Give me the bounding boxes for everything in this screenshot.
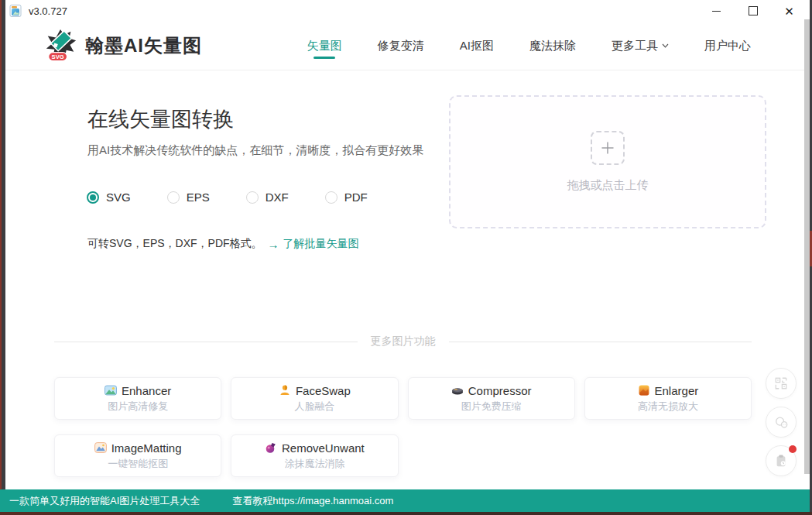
footer-tutorial-link[interactable]: 查看教程https://image.hanmoai.com	[232, 494, 393, 508]
format-option-svg[interactable]: SVG	[87, 191, 131, 204]
app-header: SVG 翰墨AI矢量图 矢量图 修复变清 AI抠图 魔法抹除 更多工具 用户中心	[5, 22, 810, 70]
desktop-edge-left	[0, 0, 5, 489]
brand-logo[interactable]: SVG 翰墨AI矢量图	[43, 28, 202, 64]
notification-dot	[789, 445, 797, 453]
upload-dropzone[interactable]: 拖拽或点击上传	[449, 95, 766, 228]
format-option-pdf[interactable]: PDF	[325, 191, 368, 204]
radio-pdf[interactable]	[325, 191, 337, 204]
desktop-edge-bottom	[0, 512, 812, 515]
app-version: v3.0.727	[29, 5, 67, 17]
nav-tab-ai-matting[interactable]: AI抠图	[460, 22, 494, 70]
divider-line-right	[449, 342, 752, 342]
format-option-eps[interactable]: EPS	[167, 191, 210, 204]
format-note: 可转SVG，EPS，DXF，PDF格式。	[87, 237, 262, 251]
qr-code-icon	[774, 376, 788, 390]
app-icon	[9, 5, 22, 17]
card-compressor[interactable]: Compressor 图片免费压缩	[408, 377, 575, 420]
history-clipboard-button[interactable]	[766, 445, 797, 476]
nav-tab-restore[interactable]: 修复变清	[378, 22, 424, 70]
arrow-right-icon: →	[268, 238, 279, 251]
card-enhancer[interactable]: Enhancer 图片高清修复	[54, 377, 221, 420]
magic-remove-icon	[265, 441, 277, 454]
chat-contact-button[interactable]	[766, 407, 797, 438]
window-controls: ✕	[698, 0, 810, 22]
radio-svg[interactable]	[87, 191, 99, 204]
history-clipboard-icon	[774, 454, 788, 468]
svg-text:SVG: SVG	[52, 53, 64, 60]
plus-icon	[591, 131, 625, 165]
format-option-dxf[interactable]: DXF	[246, 191, 289, 204]
brand-name: 翰墨AI矢量图	[85, 33, 202, 58]
radio-eps[interactable]	[167, 191, 180, 204]
more-features-divider: 更多图片功能	[54, 335, 752, 348]
card-enlarger[interactable]: Enlarger 高清无损放大	[584, 377, 752, 420]
card-faceswap[interactable]: FaceSwap 人脸融合	[231, 377, 398, 420]
page-title: 在线矢量图转换	[87, 105, 234, 133]
enlarge-icon	[638, 384, 650, 397]
format-note-row: 可转SVG，EPS，DXF，PDF格式。 → 了解批量矢量图	[87, 237, 359, 251]
upload-hint-text: 拖拽或点击上传	[567, 178, 649, 193]
radio-dxf[interactable]	[246, 191, 259, 204]
title-bar: v3.0.727 ✕	[5, 0, 810, 22]
ink-splash-logo-icon: SVG	[43, 28, 78, 64]
format-radio-group: SVG EPS DXF PDF	[87, 191, 368, 204]
main-nav: 矢量图 修复变清 AI抠图 魔法抹除 更多工具 用户中心	[307, 22, 751, 70]
minimize-icon	[712, 11, 721, 12]
matting-icon	[94, 441, 107, 454]
batch-vector-link[interactable]: 了解批量矢量图	[283, 237, 359, 251]
nav-tab-user-center[interactable]: 用户中心	[704, 22, 751, 70]
divider-label: 更多图片功能	[371, 335, 436, 348]
qr-code-button[interactable]	[766, 368, 797, 399]
status-footer: 一款简单又好用的智能AI图片处理工具大全 查看教程https://image.h…	[0, 489, 812, 512]
nav-tab-vector[interactable]: 矢量图	[307, 22, 342, 70]
maximize-icon	[749, 6, 758, 15]
page-subtitle: 用AI技术解决传统软件的缺点，在细节，清晰度，拟合有更好效果	[87, 143, 423, 158]
photo-enhance-icon	[104, 384, 117, 397]
floating-button-stack	[766, 368, 797, 476]
card-imagematting[interactable]: ImageMatting 一键智能抠图	[54, 434, 221, 477]
close-icon: ✕	[784, 5, 794, 17]
compress-icon	[451, 384, 464, 397]
maximize-button[interactable]	[735, 0, 771, 22]
card-removeunwant[interactable]: RemoveUnwant 涂抹魔法消除	[231, 434, 398, 477]
minimize-button[interactable]	[698, 0, 735, 22]
close-button[interactable]: ✕	[771, 0, 807, 22]
nav-tab-more-tools[interactable]: 更多工具	[612, 22, 669, 70]
feature-card-grid: Enhancer 图片高清修复 FaceSwap 人脸融合 Compressor…	[54, 377, 752, 477]
vertical-scrollbar[interactable]	[804, 19, 810, 474]
footer-slogan: 一款简单又好用的智能AI图片处理工具大全	[9, 494, 200, 508]
person-icon	[279, 384, 291, 397]
chevron-down-icon	[662, 43, 669, 48]
nav-tab-magic-erase[interactable]: 魔法抹除	[529, 22, 576, 70]
divider-line-left	[54, 342, 358, 342]
chat-icon	[774, 415, 789, 430]
